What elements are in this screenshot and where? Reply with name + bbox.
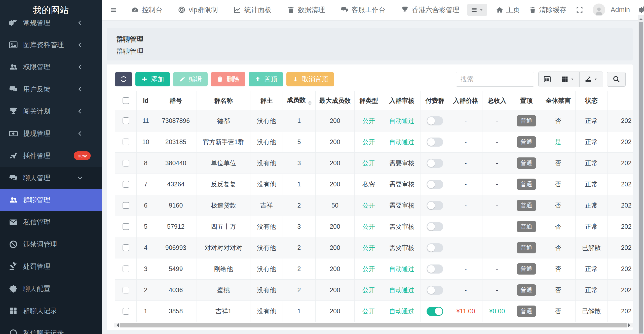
sidebar-item-challenge[interactable]: 闯关计划 — [0, 100, 102, 122]
select-all-checkbox[interactable] — [123, 97, 129, 104]
sidebar-item-private-chat-log[interactable]: 私信聊天记录 — [0, 322, 102, 334]
group-type-label[interactable]: 公开 — [362, 117, 375, 124]
cell-paid — [421, 237, 449, 258]
search-button[interactable] — [607, 72, 626, 87]
scroll-up-arrow-icon[interactable] — [639, 16, 643, 20]
detail-view-button[interactable] — [539, 72, 556, 87]
row-checkbox[interactable] — [123, 223, 129, 230]
paid-toggle[interactable] — [427, 243, 443, 252]
sidebar-item-gallery[interactable]: 图库资料管理 — [0, 34, 102, 56]
paid-toggle[interactable] — [427, 159, 443, 168]
sidebar-item-permission[interactable]: 权限管理 — [0, 56, 102, 78]
sidebar-item-plugins[interactable]: 插件管理new — [0, 145, 102, 167]
horizontal-scroll-thumb[interactable] — [120, 323, 627, 327]
sidebar-item-group-chat-log[interactable]: 群聊天记录 — [0, 300, 102, 322]
audit-link[interactable]: 自动通过 — [389, 138, 414, 145]
scroll-right-arrow-icon[interactable] — [628, 323, 632, 327]
sidebar-item-banned-words[interactable]: 违禁词管理 — [0, 233, 102, 255]
group-type-label[interactable]: 公开 — [362, 202, 375, 209]
refresh-button[interactable] — [115, 72, 132, 86]
row-checkbox[interactable] — [123, 181, 129, 188]
paid-toggle[interactable] — [427, 201, 443, 210]
export-button[interactable] — [580, 72, 603, 87]
caret-down-icon — [594, 77, 598, 81]
paid-toggle[interactable] — [427, 222, 443, 231]
group-type-label[interactable]: 公开 — [362, 159, 375, 166]
cell-select — [115, 280, 137, 301]
sidebar-item-general[interactable]: 常规管理 — [0, 20, 102, 34]
unpin-button[interactable]: 取消置顶 — [286, 72, 334, 86]
group-type-label[interactable]: 公开 — [362, 244, 375, 251]
cell-id: 5 — [137, 216, 155, 237]
edit-button[interactable]: 编辑 — [173, 72, 208, 86]
column-header-成员数[interactable]: 成员数 — [283, 91, 316, 110]
sidebar-item-punishment[interactable]: 处罚管理 — [0, 255, 102, 278]
group-type-label[interactable]: 公开 — [362, 265, 375, 272]
paid-toggle[interactable] — [427, 180, 443, 189]
mute-all-label[interactable]: 是 — [555, 138, 561, 145]
nav-item-console[interactable]: 控制台 — [123, 5, 170, 14]
settings-gears-icon[interactable] — [639, 5, 644, 14]
table-row: 557912四五十万没有他3200公开需要审核--普通否正常202 — [115, 216, 633, 237]
hamburger-icon[interactable] — [110, 7, 117, 13]
search-input[interactable] — [456, 72, 534, 87]
list-dropdown-button[interactable] — [467, 4, 487, 16]
clear-cache-link[interactable]: 清除缓存 — [529, 5, 566, 14]
sidebar-item-group-chat[interactable]: 群聊管理 — [0, 189, 102, 211]
paid-toggle[interactable] — [427, 286, 443, 295]
sidebar-item-private-msg[interactable]: 私信管理 — [0, 211, 102, 233]
audit-link[interactable]: 自动通过 — [389, 286, 414, 293]
nav-item-label: vip群限制 — [189, 5, 218, 14]
add-button[interactable]: 添加 — [135, 72, 170, 86]
nav-item-support-workbench[interactable]: 客服工作台 — [333, 5, 393, 14]
sidebar-item-chat[interactable]: 聊天管理 — [0, 167, 102, 189]
horizontal-scrollbar[interactable] — [114, 323, 633, 327]
group-type-label[interactable]: 公开 — [362, 138, 375, 145]
mute-all-label: 否 — [555, 265, 561, 272]
row-checkbox[interactable] — [123, 160, 129, 166]
chevron-down-icon — [77, 175, 83, 181]
nav-item-stats-panel[interactable]: 统计面板 — [226, 5, 279, 14]
row-checkbox[interactable] — [123, 287, 129, 293]
vertical-scrollbar[interactable] — [638, 15, 644, 334]
paid-toggle[interactable] — [427, 116, 443, 125]
row-checkbox[interactable] — [123, 265, 129, 272]
cell-pin: 普通 — [512, 301, 541, 322]
scroll-left-arrow-icon[interactable] — [115, 323, 119, 327]
sidebar-item-chat-config[interactable]: 聊天配置 — [0, 278, 102, 300]
group-type-label[interactable]: 公开 — [362, 308, 375, 315]
sidebar-item-feedback[interactable]: 用户反馈 — [0, 78, 102, 100]
sort-carets-icon[interactable] — [308, 101, 312, 105]
row-checkbox[interactable] — [123, 244, 129, 251]
pin-status-badge: 普通 — [517, 284, 536, 296]
sidebar-item-withdraw[interactable]: 提现管理 — [0, 122, 102, 145]
nav-item-vip-group-limit[interactable]: vip群限制 — [170, 5, 226, 14]
cell-price: - — [449, 237, 482, 258]
cell-status: 正常 — [576, 153, 608, 174]
vertical-scroll-thumb[interactable] — [639, 22, 643, 333]
group-type-label[interactable]: 公开 — [362, 286, 375, 293]
group-type-label[interactable]: 公开 — [362, 223, 375, 230]
row-checkbox[interactable] — [123, 117, 129, 124]
columns-button[interactable] — [556, 72, 580, 87]
paid-toggle[interactable] — [427, 264, 443, 274]
audit-link[interactable]: 自动通过 — [389, 117, 414, 124]
nav-item-data-clean[interactable]: 数据清理 — [279, 5, 333, 14]
avatar[interactable] — [593, 4, 605, 16]
pin-button[interactable]: 置顶 — [249, 72, 283, 86]
column-header-checkbox[interactable] — [115, 91, 137, 110]
paid-toggle[interactable] — [427, 138, 443, 147]
cell-group-name: 四五十万 — [197, 216, 250, 237]
paid-toggle[interactable] — [427, 307, 443, 316]
row-checkbox[interactable] — [123, 139, 129, 145]
nav-item-hk-lottery[interactable]: 香港六合彩管理 — [393, 5, 467, 14]
user-name[interactable]: Admin — [611, 6, 630, 14]
audit-link[interactable]: 自动通过 — [389, 308, 414, 315]
fullscreen-icon[interactable] — [576, 6, 584, 14]
row-checkbox[interactable] — [123, 202, 129, 209]
audit-link: 需要审核 — [389, 159, 414, 166]
row-checkbox[interactable] — [123, 308, 129, 315]
audit-link[interactable]: 自动通过 — [389, 265, 414, 272]
delete-button[interactable]: 删除 — [211, 72, 245, 86]
home-link[interactable]: 主页 — [496, 5, 520, 14]
